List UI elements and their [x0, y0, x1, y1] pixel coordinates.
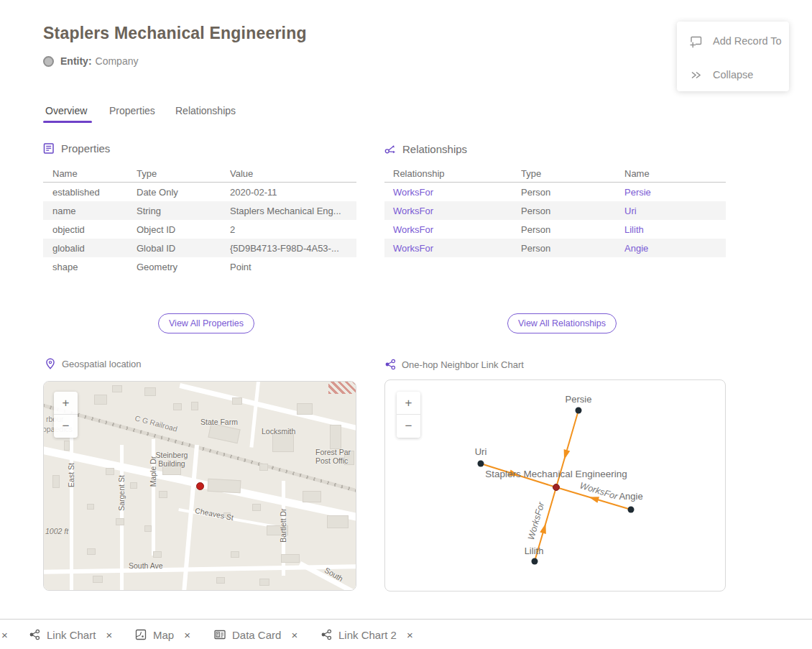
properties-table: Name Type Value established Date Only 20… — [43, 165, 356, 276]
edge-arrow-icon — [540, 523, 549, 534]
rel-type: Person — [521, 187, 624, 198]
menu-item-collapse[interactable]: Collapse — [677, 57, 789, 92]
table-row: WorksFor Person Angie — [384, 239, 726, 257]
map-label-street: East St — [67, 454, 75, 497]
link-chart-section-header: One-hop Neighbor Link Chart — [384, 359, 524, 370]
menu-item-label: Collapse — [713, 69, 753, 80]
map-building — [272, 433, 294, 452]
zoom-in-button[interactable]: + — [54, 392, 78, 415]
close-tab-button[interactable]: × — [106, 629, 112, 641]
one-hop-link-chart[interactable]: WorksFor WorksFor Persie Uri Angie Lilit… — [384, 379, 726, 592]
relationship-link[interactable]: WorksFor — [384, 187, 521, 198]
relationships-graph-icon — [384, 143, 397, 155]
bottom-tab-link-chart[interactable]: Link Chart × — [29, 620, 112, 649]
map-road — [70, 415, 73, 591]
map-label-poi: Forest Par — [315, 448, 351, 456]
view-all-properties-button[interactable]: View All Properties — [158, 313, 254, 333]
map-building — [93, 576, 103, 583]
node-label-angie: Angie — [619, 491, 642, 502]
prop-name: shape — [43, 262, 137, 272]
close-tab-button[interactable]: × — [407, 629, 413, 641]
map-location-marker[interactable] — [196, 482, 204, 490]
prop-value: 2 — [230, 224, 347, 235]
bottom-tab-data-card[interactable]: Data Card × — [214, 620, 297, 649]
table-row[interactable]: established Date Only 2020-02-11 — [43, 183, 356, 201]
map-building — [232, 397, 242, 405]
relationship-link[interactable]: WorksFor — [384, 243, 521, 254]
zoom-out-button[interactable]: − — [397, 415, 420, 438]
table-row[interactable]: shape Geometry Point — [43, 257, 356, 276]
map-building — [259, 464, 268, 471]
map-label-street: South Ave — [129, 561, 163, 570]
section-title: One-hop Neighbor Link Chart — [402, 359, 524, 370]
prop-type: String — [137, 206, 230, 216]
close-tab-button[interactable]: × — [291, 629, 297, 641]
map-scale-label: 1002 ft — [45, 527, 68, 535]
relationships-table-header: Relationship Type Name — [384, 165, 726, 183]
map-building — [144, 525, 152, 532]
node-center[interactable] — [553, 484, 560, 491]
relationship-link[interactable]: WorksFor — [384, 224, 521, 235]
map-building — [173, 403, 182, 410]
map-pin-icon — [45, 358, 56, 369]
table-row[interactable]: objectid Object ID 2 — [43, 220, 356, 239]
view-all-relationships-button[interactable]: View All Relationships — [507, 313, 617, 333]
map-building — [216, 577, 225, 584]
properties-table-header: Name Type Value — [43, 165, 356, 183]
section-title: Geospatial location — [62, 359, 142, 369]
geospatial-map[interactable]: rbour opaedics C G Railroad State Farm L… — [43, 381, 356, 591]
table-row[interactable]: name String Staplers Mechanical Eng... — [43, 201, 356, 220]
col-header: Value — [230, 168, 347, 179]
prop-type: Geometry — [137, 262, 230, 272]
node-label-persie: Persie — [566, 394, 592, 405]
map-label-poi: Locksmith — [262, 427, 295, 436]
col-header: Type — [521, 168, 624, 179]
map-label-street: Sargent St — [117, 471, 126, 515]
map-canvas[interactable]: rbour opaedics C G Railroad State Farm L… — [44, 382, 356, 590]
properties-section-header: Properties — [43, 142, 110, 155]
rel-type: Person — [521, 224, 624, 235]
map-building — [208, 423, 240, 443]
related-entity-link[interactable]: Uri — [624, 206, 717, 216]
bottom-tab-map[interactable]: Map × — [135, 620, 190, 649]
collapse-chevrons-icon — [689, 68, 703, 82]
prop-name: name — [43, 206, 137, 216]
table-row: WorksFor Person Lilith — [384, 220, 726, 239]
map-building — [191, 402, 198, 410]
node-lilith[interactable] — [532, 558, 538, 565]
entity-row: Entity: Company — [43, 55, 138, 67]
zoom-out-button[interactable]: − — [54, 415, 78, 438]
prop-name: globalid — [43, 243, 137, 254]
related-entity-link[interactable]: Angie — [624, 243, 717, 254]
tab-label: Data Card — [232, 629, 281, 641]
rel-type: Person — [521, 206, 624, 216]
map-building — [259, 579, 269, 586]
close-tab-button[interactable]: × — [184, 629, 190, 641]
col-header: Name — [43, 168, 137, 179]
entity-value: Company — [96, 55, 139, 67]
related-entity-link[interactable]: Lilith — [624, 224, 717, 235]
map-building — [327, 515, 349, 528]
hidden-tab-close-button[interactable]: × — [1, 620, 8, 649]
map-building — [64, 441, 70, 451]
relationship-link[interactable]: WorksFor — [384, 206, 521, 216]
edge-arrow-icon — [561, 449, 571, 461]
node-angie[interactable] — [628, 507, 635, 513]
map-building — [87, 548, 96, 555]
node-uri[interactable] — [478, 461, 484, 467]
node-label-center: Staplers Mechanical Engineering — [485, 469, 627, 479]
menu-item-add-record-to[interactable]: Add Record To — [677, 24, 789, 58]
entity-label: Entity: — [60, 55, 92, 67]
bottom-tab-link-chart-2[interactable]: Link Chart 2 × — [320, 620, 413, 649]
zoom-in-button[interactable]: + — [397, 392, 420, 415]
table-row[interactable]: globalid Global ID {5D9B4713-F98D-4A53-.… — [43, 239, 356, 257]
tab-properties[interactable]: Properties — [109, 105, 155, 116]
related-entity-link[interactable]: Persie — [624, 187, 717, 198]
link-chart-canvas[interactable]: WorksFor WorksFor Persie Uri Angie Lilit… — [385, 380, 726, 592]
map-label-street: Cheaves St — [194, 506, 234, 522]
link-chart-icon — [384, 359, 396, 370]
tab-relationships[interactable]: Relationships — [175, 105, 236, 116]
tab-overview[interactable]: Overview — [45, 105, 87, 116]
link-chart-tab-icon — [29, 629, 40, 640]
node-persie[interactable] — [576, 408, 582, 414]
